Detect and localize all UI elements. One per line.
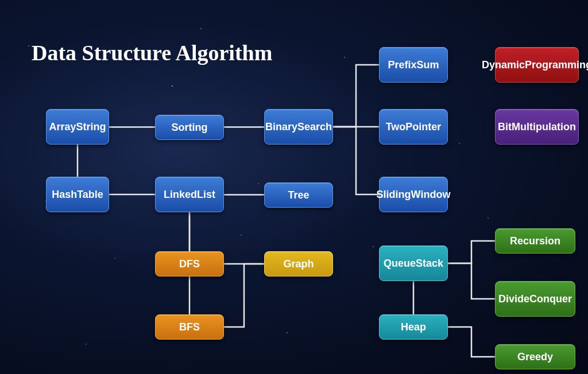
node-recursion: Recursion <box>495 228 575 254</box>
node-divide-conquer: DivideConquer <box>495 281 575 317</box>
diagram-title: Data Structure Algorithm <box>32 40 272 65</box>
node-sorting: Sorting <box>155 115 224 140</box>
node-heap: Heap <box>379 314 448 340</box>
node-bit-manip: BitMultipulation <box>495 109 579 145</box>
node-linked-list: LinkedList <box>155 177 224 212</box>
node-bfs: BFS <box>155 314 224 340</box>
node-queue-stack: QueueStack <box>379 246 448 281</box>
node-graph: Graph <box>264 251 333 276</box>
node-tree: Tree <box>264 182 333 208</box>
node-array-string: ArrayString <box>46 109 109 145</box>
node-sliding-window: SlidingWindow <box>379 177 448 212</box>
node-greedy: Greedy <box>495 344 575 369</box>
node-dynamic-prog: DynamicProgramming <box>495 47 579 83</box>
node-dfs: DFS <box>155 251 224 276</box>
node-binary-search: BinarySearch <box>264 109 333 145</box>
node-prefix-sum: PrefixSum <box>379 47 448 83</box>
node-hash-table: HashTable <box>46 177 109 212</box>
node-two-pointer: TwoPointer <box>379 109 448 145</box>
